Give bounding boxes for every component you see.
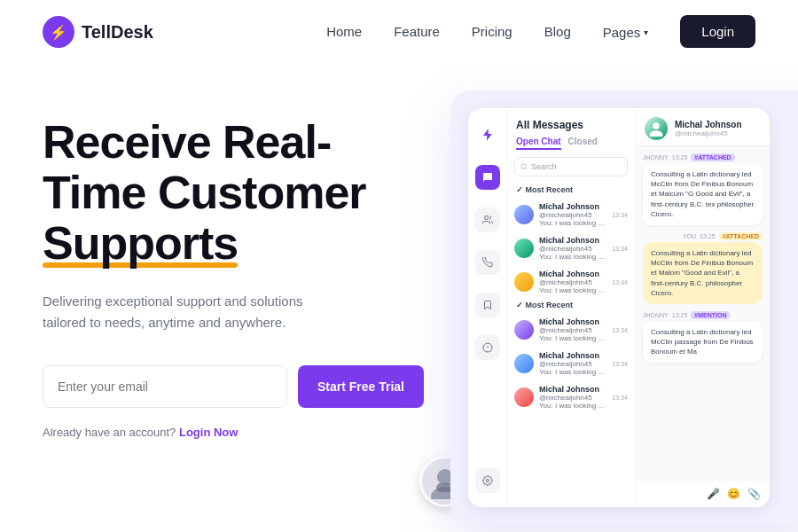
hero-title: Receive Real- Time Customer Supports — [43, 117, 424, 270]
chat-right-name: Michal Johnson — [675, 120, 742, 129]
sidebar-chat-icon[interactable] — [475, 165, 500, 190]
section-most-recent-2-label: ✓ Most Recent — [507, 299, 635, 313]
chat-right-handle: @michealjohn45 — [675, 129, 742, 137]
sidebar-bolt-icon — [475, 122, 500, 147]
logo-icon: ⚡ — [43, 16, 74, 48]
login-button[interactable]: Login — [680, 15, 755, 48]
svg-line-11 — [526, 168, 527, 169]
message-item: YOU 13:25 #ATTACHED Consulting a Latin d… — [643, 232, 763, 304]
avatar — [514, 320, 534, 340]
avatar — [514, 239, 534, 258]
attachment-icon[interactable]: 📎 — [747, 488, 761, 500]
chat-right-avatar — [645, 117, 668, 140]
chevron-down-icon: ▾ — [644, 27, 648, 37]
hero-subtitle: Delivering exceptional support and solut… — [43, 291, 344, 333]
login-now-link[interactable]: Login Now — [179, 426, 238, 439]
sidebar-bookmark-icon[interactable] — [475, 293, 500, 317]
section-most-recent-label: ✓ Most Recent — [507, 184, 635, 198]
hero-left: Receive Real- Time Customer Supports Del… — [43, 99, 424, 439]
nav-pricing[interactable]: Pricing — [472, 24, 512, 39]
brand-name: TellDesk — [82, 22, 153, 43]
chat-search[interactable]: Search — [514, 157, 628, 176]
hero-form: Start Free Trial — [43, 365, 424, 408]
hero-section: Receive Real- Time Customer Supports Del… — [0, 64, 798, 532]
chat-list-item[interactable]: Michal Johnson @michealjohn45 You: I was… — [507, 313, 635, 347]
nav-pages[interactable]: Pages ▾ — [603, 25, 649, 40]
nav-feature[interactable]: Feature — [394, 24, 440, 39]
hero-right: All Messages Open Chat Closed Search ✓ M… — [424, 99, 755, 532]
logo[interactable]: ⚡ TellDesk — [43, 16, 153, 48]
message-bubble: Consulting a Latin dictionary led McClin… — [643, 163, 763, 225]
svg-point-13 — [650, 130, 663, 137]
chat-input-bar: 🎤 😊 📎 — [636, 480, 770, 507]
sidebar-info-icon[interactable] — [475, 335, 500, 360]
svg-point-12 — [653, 122, 660, 129]
navbar: ⚡ TellDesk Home Feature Pricing Blog Pag… — [0, 0, 798, 64]
chat-sidebar — [468, 108, 507, 507]
avatar — [514, 354, 534, 373]
nav-links: Home Feature Pricing Blog Pages ▾ Login — [326, 24, 755, 40]
email-input[interactable] — [43, 365, 287, 408]
chat-item-name: Michal Johnson — [539, 202, 606, 211]
chat-right-panel: Michal Johnson @michealjohn45 JHONNY 13:… — [636, 108, 770, 507]
tab-closed[interactable]: Closed — [568, 137, 598, 150]
svg-point-5 — [484, 216, 488, 220]
nav-blog[interactable]: Blog — [544, 24, 571, 39]
sidebar-phone-icon[interactable] — [475, 250, 500, 275]
avatar — [514, 387, 534, 407]
chat-list-item[interactable]: Michal Johnson @michealjohn45 You: I was… — [507, 198, 635, 231]
message-item: JHONNY 13:25 #ATTACHED Consulting a Lati… — [643, 153, 763, 225]
search-icon — [520, 163, 528, 170]
avatar — [514, 205, 534, 224]
svg-point-10 — [521, 164, 526, 168]
start-trial-button[interactable]: Start Free Trial — [298, 365, 424, 408]
svg-point-9 — [486, 480, 489, 482]
chat-list-item[interactable]: Michal Johnson @michealjohn45 You: I was… — [507, 347, 635, 380]
sidebar-users-icon[interactable] — [475, 207, 500, 232]
microphone-icon[interactable]: 🎤 — [707, 488, 720, 500]
account-prompt: Already have an account? Login Now — [43, 426, 424, 439]
chat-item-time: 13:34 — [612, 212, 628, 218]
chat-inner: All Messages Open Chat Closed Search ✓ M… — [468, 108, 770, 507]
message-bubble: Consulting a Latin dictionary led McClin… — [643, 321, 763, 364]
avatar — [514, 272, 534, 292]
message-item: JHONNY 13:25 #MENTION Consulting a Latin… — [643, 311, 763, 364]
chat-messages: JHONNY 13:25 #ATTACHED Consulting a Lati… — [636, 146, 770, 480]
chat-list-panel: All Messages Open Chat Closed Search ✓ M… — [507, 108, 636, 507]
chat-mockup: All Messages Open Chat Closed Search ✓ M… — [450, 90, 798, 525]
chat-tabs: Open Chat Closed — [507, 137, 635, 157]
chat-list-item[interactable]: Michal Johnson @michealjohn45 You: I was… — [507, 380, 635, 414]
search-placeholder: Search — [531, 162, 557, 171]
chat-list-item[interactable]: Michal Johnson @michealjohn45 You: I was… — [507, 265, 635, 299]
nav-home[interactable]: Home — [326, 24, 362, 39]
message-bubble: Consulting a Latin dictionary led McClin… — [643, 242, 763, 304]
chat-item-handle: @michealjohn45 — [539, 211, 606, 219]
emoji-icon[interactable]: 😊 — [727, 488, 740, 500]
tab-open-chat[interactable]: Open Chat — [516, 137, 561, 150]
chat-right-header: Michal Johnson @michealjohn45 — [636, 108, 770, 146]
sidebar-settings-icon[interactable] — [475, 468, 500, 493]
chat-panel-title: All Messages — [507, 108, 635, 137]
chat-list-item[interactable]: Michal Johnson @michealjohn45 You: I was… — [507, 231, 635, 265]
chat-item-preview: You: I was looking for a bit of... — [539, 219, 606, 227]
